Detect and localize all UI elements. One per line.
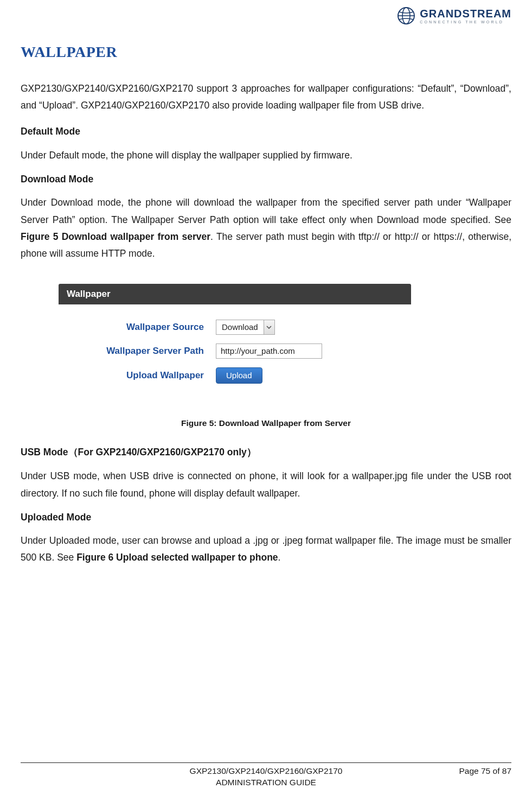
figure-5-panel: Wallpaper Wallpaper Source Download Wall… [59, 284, 411, 402]
page-footer: GXP2130/GXP2140/GXP2160/GXP2170 ADMINIST… [21, 762, 511, 788]
label-upload-wallpaper: Upload Wallpaper [64, 370, 216, 381]
chevron-down-icon [264, 320, 274, 334]
download-body-pre: Under Download mode, the phone will down… [21, 197, 511, 225]
panel-title-bar: Wallpaper [59, 284, 411, 304]
default-mode-heading: Default Mode [21, 126, 511, 137]
wallpaper-server-path-value: http://your_path.com [221, 346, 295, 355]
brand-tagline: CONNECTING THE WORLD [420, 20, 511, 24]
usb-mode-title-text: USB Mode [21, 447, 68, 457]
footer-row: GXP2130/GXP2140/GXP2160/GXP2170 ADMINIST… [21, 766, 511, 788]
download-mode-heading: Download Mode [21, 174, 511, 185]
intro-paragraph: GXP2130/GXP2140/GXP2160/GXP2170 support … [21, 80, 511, 114]
brand-name: GRANDSTREAM [420, 8, 511, 19]
wallpaper-source-select[interactable]: Download [216, 320, 275, 335]
footer-doc-title: GXP2130/GXP2140/GXP2160/GXP2170 ADMINIST… [107, 766, 425, 788]
brand-logo: GRANDSTREAM CONNECTING THE WORLD [397, 7, 511, 25]
header-logo-area: GRANDSTREAM CONNECTING THE WORLD [21, 5, 511, 28]
label-wallpaper-source: Wallpaper Source [64, 322, 216, 333]
wallpaper-source-value: Download [216, 322, 264, 332]
footer-page-number: Page 75 of 87 [425, 766, 511, 776]
label-wallpaper-server-path: Wallpaper Server Path [64, 346, 216, 357]
figure-5-caption: Figure 5: Download Wallpaper from Server [21, 418, 511, 428]
upload-button-label: Upload [226, 371, 252, 380]
default-mode-body: Under Default mode, the phone will displ… [21, 147, 511, 164]
document-page: GRANDSTREAM CONNECTING THE WORLD WALLPAP… [0, 0, 532, 795]
uploaded-mode-heading: Uploaded Mode [21, 512, 511, 523]
uploaded-body-post: . [278, 552, 281, 563]
usb-mode-parenthetical: （For GXP2140/GXP2160/GXP2170 only） [68, 447, 257, 457]
row-wallpaper-source: Wallpaper Source Download [64, 320, 400, 335]
figure-6-reference: Figure 6 Upload selected wallpaper to ph… [76, 552, 278, 563]
section-heading: WALLPAPER [21, 43, 511, 61]
footer-line1: GXP2130/GXP2140/GXP2160/GXP2170 [107, 766, 425, 777]
row-wallpaper-server-path: Wallpaper Server Path http://your_path.c… [64, 344, 400, 359]
uploaded-mode-body: Under Uploaded mode, user can browse and… [21, 532, 511, 566]
usb-mode-heading: USB Mode（For GXP2140/GXP2160/GXP2170 onl… [21, 446, 511, 459]
usb-mode-body: Under USB mode, when USB drive is connec… [21, 468, 511, 501]
footer-rule [21, 762, 511, 763]
download-mode-body: Under Download mode, the phone will down… [21, 194, 511, 262]
globe-icon [397, 7, 415, 25]
brand-text: GRANDSTREAM CONNECTING THE WORLD [420, 8, 511, 24]
panel-body: Wallpaper Source Download Wallpaper Serv… [59, 304, 411, 402]
figure-5-reference: Figure 5 Download wallpaper from server [21, 231, 210, 242]
upload-button[interactable]: Upload [216, 367, 262, 384]
wallpaper-server-path-input[interactable]: http://your_path.com [216, 344, 322, 359]
row-upload-wallpaper: Upload Wallpaper Upload [64, 367, 400, 384]
footer-line2: ADMINISTRATION GUIDE [107, 777, 425, 788]
